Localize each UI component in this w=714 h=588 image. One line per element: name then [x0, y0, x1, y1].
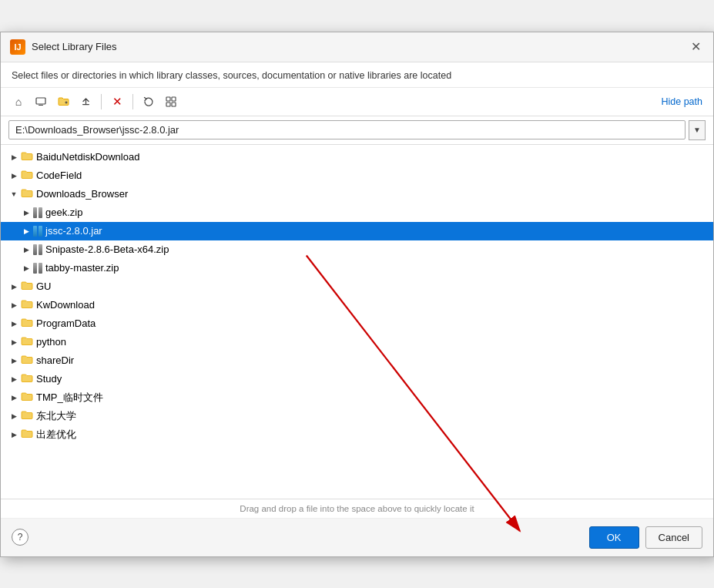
expand-icon-kwdownload[interactable]: ▶: [7, 298, 21, 312]
label-dongbei: 东北大学: [36, 409, 76, 423]
folder-icon-baidunetdisk: [21, 151, 33, 163]
toolbar-separator-2: [132, 94, 133, 109]
expand-icon-jssc[interactable]: ▶: [19, 224, 33, 238]
label-downloads: Downloads_Browser: [36, 188, 128, 200]
footer: ? OK Cancel: [1, 519, 713, 556]
folder-icon-python: [21, 336, 33, 348]
help-button[interactable]: ?: [12, 529, 28, 546]
tree-item-downloads-browser[interactable]: ▼ Downloads_Browser: [1, 185, 713, 203]
up-button[interactable]: [75, 92, 96, 112]
ok-button[interactable]: OK: [589, 526, 639, 549]
title-bar: IJ Select Library Files ✕: [1, 32, 713, 62]
expand-icon-chuchai[interactable]: ▶: [7, 428, 21, 442]
path-input[interactable]: [8, 120, 686, 139]
svg-rect-4: [82, 104, 89, 105]
toolbar-separator-1: [101, 94, 102, 109]
home-button[interactable]: ⌂: [8, 92, 28, 112]
select-library-dialog: IJ Select Library Files ✕ Select files o…: [0, 32, 714, 557]
expand-icon-geek[interactable]: ▶: [19, 206, 33, 220]
folder-icon-tmp: [21, 391, 33, 404]
folder-icon-programdata: [21, 318, 33, 330]
tree-item-tabby[interactable]: ▶ tabby-master.zip: [1, 259, 713, 277]
expand-icon-dongbei[interactable]: ▶: [7, 409, 21, 423]
expand-icon-snipaste[interactable]: ▶: [19, 243, 33, 257]
expand-icon-baidunetdisk[interactable]: ▶: [7, 150, 21, 164]
zip-icon-tabby: [33, 263, 42, 274]
label-kwdownload: KwDownload: [36, 299, 95, 311]
footer-buttons: OK Cancel: [589, 526, 702, 549]
expand-icon-python[interactable]: ▶: [7, 335, 21, 349]
cancel-button[interactable]: Cancel: [645, 526, 702, 549]
expand-icon-study[interactable]: ▶: [7, 372, 21, 386]
label-programdata: ProgramData: [36, 318, 96, 329]
folder-icon-study: [21, 373, 33, 385]
close-button[interactable]: ✕: [687, 39, 704, 55]
tree-item-kwdownload[interactable]: ▶ KwDownload: [1, 296, 713, 314]
folder-icon-gu: [21, 281, 33, 293]
folder-icon-kwdownload: [21, 299, 33, 311]
label-study: Study: [36, 373, 62, 385]
tree-item-study[interactable]: ▶ Study: [1, 370, 713, 388]
app-icon: IJ: [10, 39, 25, 55]
path-bar: ▼: [1, 116, 713, 145]
folder-icon-chuchai: [21, 428, 33, 441]
tree-item-tmp[interactable]: ▶ TMP_临时文件: [1, 388, 713, 407]
expand-icon-tmp[interactable]: ▶: [7, 391, 21, 405]
svg-rect-7: [166, 102, 170, 106]
tree-item-snipaste[interactable]: ▶ Snipaste-2.8.6-Beta-x64.zip: [1, 240, 713, 259]
svg-rect-1: [39, 105, 43, 106]
tree-item-codefield[interactable]: ▶ CodeField: [1, 166, 713, 185]
expand-icon-programdata[interactable]: ▶: [7, 317, 21, 331]
label-chuchai: 出差优化: [36, 428, 76, 442]
expand-icon-codefield[interactable]: ▶: [7, 169, 21, 183]
expand-icon-downloads[interactable]: ▼: [7, 187, 21, 201]
new-folder-button[interactable]: [53, 92, 73, 112]
tree-item-dongbei[interactable]: ▶ 东北大学: [1, 407, 713, 425]
folder-icon-dongbei: [21, 410, 33, 422]
file-tree[interactable]: ▶ BaiduNetdiskDownload ▶ CodeField ▼: [1, 145, 713, 499]
label-python: python: [36, 336, 66, 348]
folder-icon-downloads: [21, 188, 33, 200]
jar-icon-jssc: [33, 226, 42, 237]
tree-item-sharedir[interactable]: ▶ shareDir: [1, 351, 713, 370]
drag-hint: Drag and drop a file into the space abov…: [1, 499, 713, 519]
tree-item-python[interactable]: ▶ python: [1, 333, 713, 351]
desktop-button[interactable]: [31, 92, 51, 112]
link-button[interactable]: [161, 92, 181, 112]
expand-icon-sharedir[interactable]: ▶: [7, 354, 21, 368]
svg-rect-5: [166, 97, 170, 101]
refresh-button[interactable]: [139, 92, 159, 112]
label-sharedir: shareDir: [36, 354, 74, 366]
tree-item-chuchai[interactable]: ▶ 出差优化: [1, 425, 713, 444]
svg-rect-8: [172, 102, 176, 106]
expand-icon-tabby[interactable]: ▶: [19, 261, 33, 275]
label-geek-zip: geek.zip: [45, 207, 82, 218]
delete-button[interactable]: ✕: [107, 92, 127, 112]
label-tabby: tabby-master.zip: [45, 262, 119, 274]
label-jssc-jar: jssc-2.8.0.jar: [45, 225, 102, 237]
tree-item-geek-zip[interactable]: ▶ geek.zip: [1, 203, 713, 222]
dialog-description: Select files or directories in which lib…: [1, 62, 713, 88]
label-gu: GU: [36, 281, 52, 292]
folder-icon-sharedir: [21, 354, 33, 367]
tree-item-gu[interactable]: ▶ GU: [1, 277, 713, 296]
hide-path-button[interactable]: Hide path: [658, 95, 706, 109]
label-baidunetdisk: BaiduNetdiskDownload: [36, 151, 139, 163]
folder-icon-codefield: [21, 170, 33, 182]
label-snipaste: Snipaste-2.8.6-Beta-x64.zip: [45, 244, 169, 255]
path-dropdown-button[interactable]: ▼: [689, 120, 706, 140]
label-tmp: TMP_临时文件: [36, 391, 103, 405]
expand-icon-gu[interactable]: ▶: [7, 280, 21, 294]
toolbar: ⌂ ✕ Hide path: [1, 88, 713, 116]
zip-icon-geek: [33, 207, 42, 218]
dialog-title: Select Library Files: [32, 41, 681, 52]
tree-item-baidunetdisk[interactable]: ▶ BaiduNetdiskDownload: [1, 148, 713, 166]
svg-rect-6: [172, 97, 176, 101]
svg-rect-0: [36, 98, 45, 104]
label-codefield: CodeField: [36, 170, 82, 181]
zip-icon-snipaste: [33, 244, 42, 255]
tree-item-jssc-jar[interactable]: ▶ jssc-2.8.0.jar: [1, 222, 713, 240]
tree-item-programdata[interactable]: ▶ ProgramData: [1, 314, 713, 333]
